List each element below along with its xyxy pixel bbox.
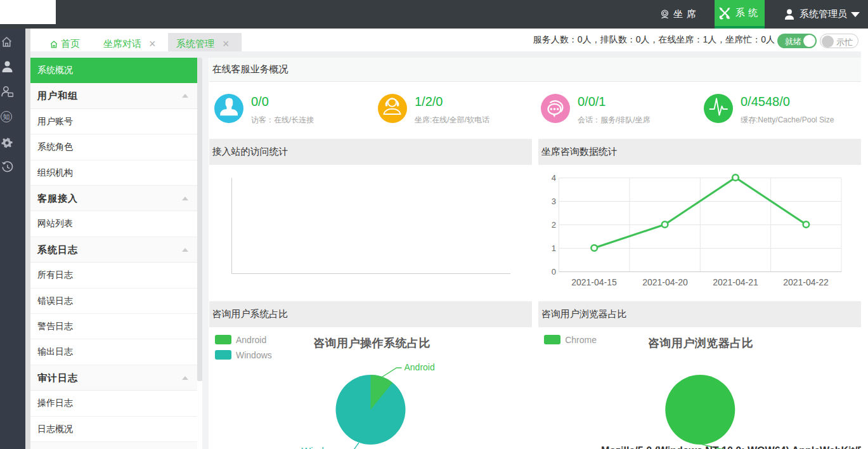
svg-text:Windows: Windows: [301, 445, 341, 449]
svg-text:1: 1: [551, 244, 555, 253]
svg-text:2021-04-21: 2021-04-21: [713, 277, 758, 287]
svg-text:2021-04-20: 2021-04-20: [642, 277, 688, 287]
svg-text:4: 4: [551, 173, 555, 183]
svg-text:3: 3: [551, 197, 555, 206]
svg-text:2021-04-15: 2021-04-15: [571, 277, 617, 287]
svg-text:2: 2: [551, 220, 555, 230]
svg-text:2021-04-22: 2021-04-22: [783, 277, 829, 287]
svg-text:0: 0: [551, 267, 555, 277]
svg-text:Mozilla/5.0 (Windows NT 10.0;: Mozilla/5.0 (Windows NT 10.0; WOW64) App…: [601, 445, 861, 449]
svg-text:Android: Android: [404, 362, 434, 372]
